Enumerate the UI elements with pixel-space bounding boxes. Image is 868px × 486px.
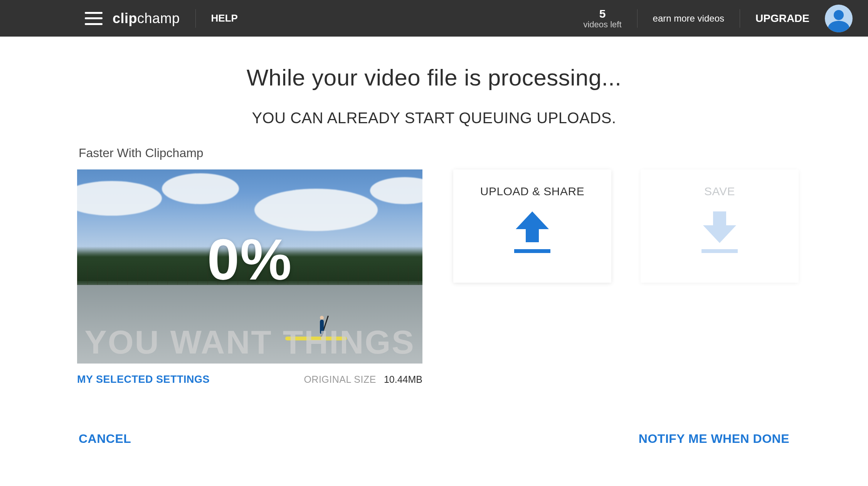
svg-rect-1 [514,249,550,253]
app-header: clipchamp HELP 5 videos left earn more v… [0,0,868,37]
progress-percent: 0% [207,226,293,293]
main-content: While your video file is processing... Y… [0,37,868,446]
videos-left-count: 5 [583,7,621,20]
my-selected-settings-link[interactable]: MY SELECTED SETTINGS [77,374,210,385]
user-avatar-icon[interactable] [825,5,853,32]
page-subtitle: YOU CAN ALREADY START QUEUING UPLOADS. [77,109,791,127]
earn-more-link[interactable]: earn more videos [653,13,724,24]
divider [195,9,196,28]
videos-left-label: videos left [583,20,621,29]
project-name: Faster With Clipchamp [79,146,791,160]
divider [740,9,740,28]
video-preview: 0% YOU WANT THINGS [77,169,422,364]
upload-icon [503,207,561,257]
original-size-label: ORIGINAL SIZE [304,374,376,385]
save-title: SAVE [704,185,735,198]
upgrade-link[interactable]: UPGRADE [755,12,809,25]
cancel-button[interactable]: CANCEL [79,432,131,446]
page-title: While your video file is processing... [77,64,791,91]
footer-actions: CANCEL NOTIFY ME WHEN DONE [77,432,791,446]
brand-bold: clip [113,10,137,27]
svg-marker-2 [703,211,736,243]
notify-button[interactable]: NOTIFY ME WHEN DONE [639,432,789,446]
content-row: 0% YOU WANT THINGS MY SELECTED SETTINGS … [77,169,791,385]
svg-rect-3 [701,249,738,253]
action-cards: UPLOAD & SHARE SAVE [453,169,799,385]
help-link[interactable]: HELP [211,12,238,24]
brand-logo[interactable]: clipchamp [113,10,180,27]
download-icon [691,207,749,257]
preview-column: 0% YOU WANT THINGS MY SELECTED SETTINGS … [77,169,422,385]
save-card: SAVE [641,169,799,283]
menu-icon[interactable] [85,12,103,25]
original-size-value: 10.44MB [384,374,422,385]
videos-left-counter: 5 videos left [583,7,621,29]
svg-marker-0 [516,211,549,242]
brand-light: champ [137,10,180,27]
video-caption-overlay: YOU WANT THINGS [77,323,422,361]
upload-share-title: UPLOAD & SHARE [480,185,584,198]
divider [637,9,638,28]
original-size-group: ORIGINAL SIZE 10.44MB [304,374,422,385]
upload-share-card[interactable]: UPLOAD & SHARE [453,169,611,283]
preview-footer: MY SELECTED SETTINGS ORIGINAL SIZE 10.44… [77,374,422,385]
